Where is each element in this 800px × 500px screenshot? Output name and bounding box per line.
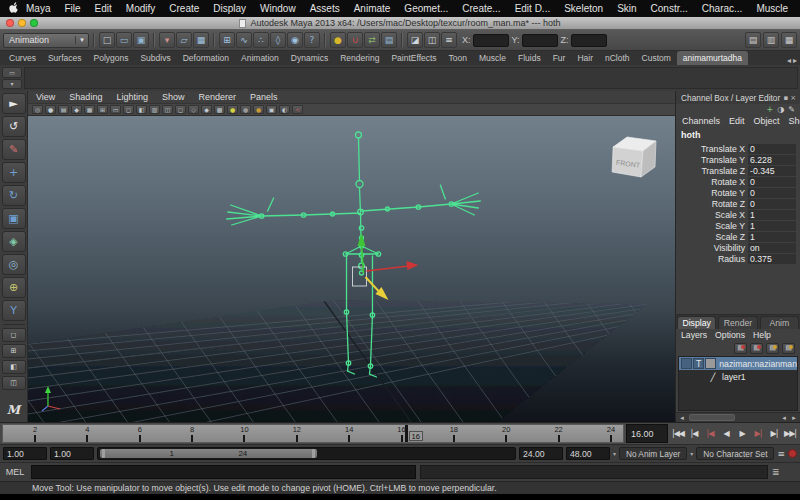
two-sided-lighting-icon[interactable]: ● (240, 105, 251, 114)
step-back-frame-button[interactable]: |◀ (686, 429, 702, 438)
character-set-dropdown[interactable]: No Character Set (696, 447, 774, 460)
default-light-icon[interactable]: ● (253, 105, 264, 114)
split-pane-layout-icon[interactable]: ◧ (2, 360, 26, 374)
shelf-menu-button[interactable]: ▭ ▾ (2, 67, 22, 89)
xray-icon[interactable]: ◐ (279, 105, 290, 114)
channel-value-field[interactable]: 0 (748, 199, 796, 209)
edit-selected-layer-icon[interactable]: ▤ (734, 343, 747, 354)
chevron-down-icon[interactable]: ▾ (690, 450, 693, 457)
shelf-tab[interactable]: Deformation (177, 51, 235, 65)
layer-editor-tab[interactable]: Display (677, 316, 716, 329)
shelf-tab[interactable]: Fur (547, 51, 572, 65)
channel-row[interactable]: Scale X 1 (676, 209, 800, 220)
field-chart-icon[interactable]: ▥ (149, 105, 160, 114)
scroll-left-icon[interactable]: ◂ (677, 414, 687, 422)
shelf-tab[interactable]: animamurtadha (677, 51, 748, 65)
bookmark-icon[interactable]: ◆ (71, 105, 82, 114)
construction-history-icon[interactable]: ⇄ (364, 32, 380, 48)
layer-row[interactable]: T naziman:nazianman (679, 357, 797, 370)
window-titlebar[interactable]: Autodesk Maya 2013 x64: /Users/mac/Deskt… (0, 17, 800, 30)
shelf-tab[interactable]: PaintEffects (385, 51, 442, 65)
menubar-item[interactable]: Skeleton (557, 0, 610, 17)
channel-value-field[interactable]: on (748, 243, 796, 253)
range-slider[interactable]: 1 24 (97, 447, 516, 460)
chevron-down-icon[interactable]: ▾ (613, 450, 616, 457)
select-object-icon[interactable]: ▱ (176, 32, 192, 48)
render-settings-icon[interactable]: ≡ (441, 32, 457, 48)
menubar-item[interactable]: Edit (88, 0, 119, 17)
select-tool-icon[interactable]: ► (2, 93, 26, 114)
menubar-item[interactable]: Pipeline... (795, 0, 800, 17)
skeleton-character-wireframe[interactable] (227, 132, 481, 377)
show-channel-box-icon[interactable]: ▦ (781, 32, 797, 48)
textured-mode-icon[interactable]: ▩ (214, 105, 225, 114)
snap-curve-icon[interactable]: ∿ (236, 32, 252, 48)
soft-modification-icon[interactable]: ◎ (2, 254, 26, 275)
wireframe-mode-icon[interactable]: ◇ (188, 105, 199, 114)
menubar-item[interactable]: Charac... (695, 0, 750, 17)
shelf-tab[interactable]: Subdivs (134, 51, 176, 65)
shelf-content-area[interactable] (24, 67, 798, 89)
single-pane-layout-icon[interactable]: ◻ (2, 328, 26, 342)
document-icon[interactable]: ▤ (381, 32, 397, 48)
shelf-tab[interactable]: Custom (636, 51, 677, 65)
command-language-label[interactable]: MEL (3, 467, 27, 477)
menubar-item[interactable]: Display (206, 0, 253, 17)
channel-row[interactable]: Scale Y 1 (676, 220, 800, 231)
playback-start-field[interactable]: 1.00 (50, 447, 94, 460)
shelf-tab[interactable]: Muscle (473, 51, 512, 65)
layer-editor-menu-item[interactable]: Layers (681, 330, 707, 340)
snap-point-icon[interactable]: ∴ (253, 32, 269, 48)
speed-icon[interactable]: ◑ (777, 105, 784, 114)
grid-toggle-icon[interactable]: ⊞ (97, 105, 108, 114)
play-forward-button[interactable]: ▶ (734, 429, 750, 438)
select-camera-icon[interactable]: ◎ (32, 105, 43, 114)
shelf-scroll-right-icon[interactable]: ▸ (793, 56, 797, 65)
shelf-menu-icon[interactable]: ▾ (2, 79, 22, 90)
viewport-menu-item[interactable]: View (36, 92, 55, 102)
new-scene-icon[interactable]: □ (99, 32, 115, 48)
menubar-item[interactable]: Create... (455, 0, 507, 17)
isolate-select-icon[interactable]: ▣ (266, 105, 277, 114)
range-start-handle[interactable] (102, 449, 105, 458)
layer-visibility-toggle[interactable] (681, 358, 692, 369)
shelf-scroll-left-icon[interactable]: ◂ (787, 56, 791, 65)
shelf-tab[interactable]: Fluids (512, 51, 547, 65)
channel-value-field[interactable]: 0 (748, 188, 796, 198)
scroll-right-icon[interactable]: ▸ (789, 414, 799, 422)
animation-preferences-icon[interactable]: ≡ (777, 449, 785, 459)
scroll-left-icon[interactable]: ◂ (779, 414, 789, 422)
snap-view-plane-icon[interactable]: ◊ (270, 32, 286, 48)
channel-value-field[interactable]: 0 (748, 144, 796, 154)
range-end-handle[interactable] (312, 449, 315, 458)
current-frame-marker[interactable] (405, 425, 408, 442)
script-editor-icon[interactable]: ≣ (772, 467, 780, 477)
show-attribute-editor-icon[interactable]: ▤ (745, 32, 761, 48)
step-back-key-button[interactable]: |◀ (702, 429, 718, 438)
notes-icon[interactable]: ✎ (788, 105, 795, 114)
menubar-item[interactable]: Geomet... (397, 0, 455, 17)
shelf-tab[interactable]: Dynamics (285, 51, 334, 65)
layer-editor-menu-item[interactable]: Options (715, 330, 745, 340)
channel-row[interactable]: Rotate Z 0 (676, 198, 800, 209)
channel-box-menu-item[interactable]: Edit (729, 116, 745, 126)
use-all-lights-icon[interactable]: ● (227, 105, 238, 114)
show-tool-settings-icon[interactable]: ▥ (763, 32, 779, 48)
universal-manipulator-icon[interactable]: ◈ (2, 231, 26, 252)
four-pane-layout-icon[interactable]: ⊞ (2, 344, 26, 358)
viewport-menu-item[interactable]: Shading (69, 92, 102, 102)
animation-start-field[interactable]: 1.00 (3, 447, 47, 460)
channel-row[interactable]: Translate Z -0.345 (676, 165, 800, 176)
snap-grid-icon[interactable]: ⊞ (219, 32, 235, 48)
layer-row[interactable]: ╱ layer1 (679, 370, 797, 383)
menubar-item[interactable]: Maya (19, 0, 57, 17)
channel-row[interactable]: Scale Z 1 (676, 231, 800, 242)
menubar-item[interactable]: Animate (347, 0, 398, 17)
rotate-tool-icon[interactable]: ↻ (2, 185, 26, 206)
shelf-tab[interactable]: Surfaces (42, 51, 88, 65)
axis-input-field[interactable] (571, 34, 607, 47)
gate-mask-icon[interactable]: ◧ (136, 105, 147, 114)
range-slider-bar[interactable]: 1 24 (100, 449, 317, 458)
move-tool-icon[interactable]: + (2, 162, 26, 183)
shaded-mode-icon[interactable]: ◆ (201, 105, 212, 114)
